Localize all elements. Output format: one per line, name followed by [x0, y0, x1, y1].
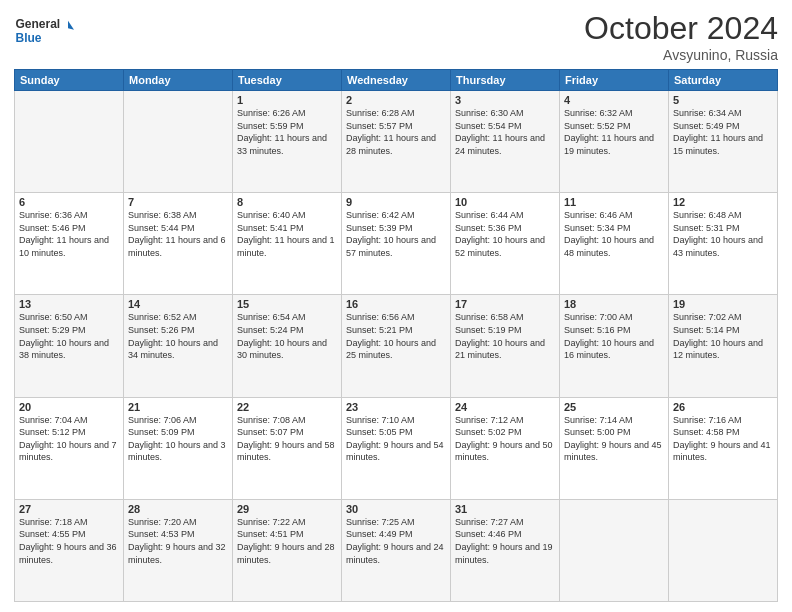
cell-w2-d3: 9Sunrise: 6:42 AM Sunset: 5:39 PM Daylig… [342, 193, 451, 295]
cell-w3-d1: 14Sunrise: 6:52 AM Sunset: 5:26 PM Dayli… [124, 295, 233, 397]
day-info: Sunrise: 6:30 AM Sunset: 5:54 PM Dayligh… [455, 107, 555, 157]
day-number: 5 [673, 94, 773, 106]
day-info: Sunrise: 7:12 AM Sunset: 5:02 PM Dayligh… [455, 414, 555, 464]
cell-w3-d6: 19Sunrise: 7:02 AM Sunset: 5:14 PM Dayli… [669, 295, 778, 397]
day-number: 8 [237, 196, 337, 208]
day-info: Sunrise: 7:06 AM Sunset: 5:09 PM Dayligh… [128, 414, 228, 464]
day-info: Sunrise: 7:22 AM Sunset: 4:51 PM Dayligh… [237, 516, 337, 566]
logo: General Blue [14, 10, 74, 50]
day-info: Sunrise: 6:48 AM Sunset: 5:31 PM Dayligh… [673, 209, 773, 259]
header: General Blue October 2024 Avsyunino, Rus… [14, 10, 778, 63]
week-row-2: 6Sunrise: 6:36 AM Sunset: 5:46 PM Daylig… [15, 193, 778, 295]
day-number: 24 [455, 401, 555, 413]
header-sunday: Sunday [15, 70, 124, 91]
day-number: 12 [673, 196, 773, 208]
week-row-5: 27Sunrise: 7:18 AM Sunset: 4:55 PM Dayli… [15, 499, 778, 601]
month-title: October 2024 [584, 10, 778, 47]
cell-w2-d6: 12Sunrise: 6:48 AM Sunset: 5:31 PM Dayli… [669, 193, 778, 295]
cell-w1-d4: 3Sunrise: 6:30 AM Sunset: 5:54 PM Daylig… [451, 91, 560, 193]
cell-w1-d6: 5Sunrise: 6:34 AM Sunset: 5:49 PM Daylig… [669, 91, 778, 193]
cell-w2-d0: 6Sunrise: 6:36 AM Sunset: 5:46 PM Daylig… [15, 193, 124, 295]
day-number: 13 [19, 298, 119, 310]
day-info: Sunrise: 6:52 AM Sunset: 5:26 PM Dayligh… [128, 311, 228, 361]
calendar-table: Sunday Monday Tuesday Wednesday Thursday… [14, 69, 778, 602]
cell-w4-d6: 26Sunrise: 7:16 AM Sunset: 4:58 PM Dayli… [669, 397, 778, 499]
day-info: Sunrise: 7:27 AM Sunset: 4:46 PM Dayligh… [455, 516, 555, 566]
cell-w2-d5: 11Sunrise: 6:46 AM Sunset: 5:34 PM Dayli… [560, 193, 669, 295]
day-number: 10 [455, 196, 555, 208]
cell-w4-d0: 20Sunrise: 7:04 AM Sunset: 5:12 PM Dayli… [15, 397, 124, 499]
cell-w5-d6 [669, 499, 778, 601]
day-info: Sunrise: 6:42 AM Sunset: 5:39 PM Dayligh… [346, 209, 446, 259]
weekday-header-row: Sunday Monday Tuesday Wednesday Thursday… [15, 70, 778, 91]
day-info: Sunrise: 7:18 AM Sunset: 4:55 PM Dayligh… [19, 516, 119, 566]
cell-w3-d2: 15Sunrise: 6:54 AM Sunset: 5:24 PM Dayli… [233, 295, 342, 397]
day-info: Sunrise: 7:08 AM Sunset: 5:07 PM Dayligh… [237, 414, 337, 464]
day-info: Sunrise: 6:28 AM Sunset: 5:57 PM Dayligh… [346, 107, 446, 157]
day-info: Sunrise: 7:25 AM Sunset: 4:49 PM Dayligh… [346, 516, 446, 566]
day-number: 27 [19, 503, 119, 515]
day-info: Sunrise: 7:00 AM Sunset: 5:16 PM Dayligh… [564, 311, 664, 361]
day-number: 21 [128, 401, 228, 413]
cell-w1-d5: 4Sunrise: 6:32 AM Sunset: 5:52 PM Daylig… [560, 91, 669, 193]
week-row-1: 1Sunrise: 6:26 AM Sunset: 5:59 PM Daylig… [15, 91, 778, 193]
header-monday: Monday [124, 70, 233, 91]
day-number: 18 [564, 298, 664, 310]
title-block: October 2024 Avsyunino, Russia [584, 10, 778, 63]
cell-w5-d3: 30Sunrise: 7:25 AM Sunset: 4:49 PM Dayli… [342, 499, 451, 601]
cell-w5-d5 [560, 499, 669, 601]
day-info: Sunrise: 6:46 AM Sunset: 5:34 PM Dayligh… [564, 209, 664, 259]
cell-w1-d0 [15, 91, 124, 193]
cell-w2-d1: 7Sunrise: 6:38 AM Sunset: 5:44 PM Daylig… [124, 193, 233, 295]
svg-marker-2 [68, 21, 74, 30]
cell-w2-d2: 8Sunrise: 6:40 AM Sunset: 5:41 PM Daylig… [233, 193, 342, 295]
cell-w4-d1: 21Sunrise: 7:06 AM Sunset: 5:09 PM Dayli… [124, 397, 233, 499]
day-number: 30 [346, 503, 446, 515]
svg-text:General: General [16, 17, 61, 31]
day-number: 22 [237, 401, 337, 413]
day-number: 29 [237, 503, 337, 515]
day-info: Sunrise: 6:54 AM Sunset: 5:24 PM Dayligh… [237, 311, 337, 361]
day-number: 20 [19, 401, 119, 413]
day-info: Sunrise: 6:58 AM Sunset: 5:19 PM Dayligh… [455, 311, 555, 361]
day-number: 1 [237, 94, 337, 106]
cell-w2-d4: 10Sunrise: 6:44 AM Sunset: 5:36 PM Dayli… [451, 193, 560, 295]
cell-w5-d1: 28Sunrise: 7:20 AM Sunset: 4:53 PM Dayli… [124, 499, 233, 601]
day-info: Sunrise: 7:02 AM Sunset: 5:14 PM Dayligh… [673, 311, 773, 361]
week-row-4: 20Sunrise: 7:04 AM Sunset: 5:12 PM Dayli… [15, 397, 778, 499]
day-number: 15 [237, 298, 337, 310]
cell-w1-d3: 2Sunrise: 6:28 AM Sunset: 5:57 PM Daylig… [342, 91, 451, 193]
day-number: 23 [346, 401, 446, 413]
cell-w5-d2: 29Sunrise: 7:22 AM Sunset: 4:51 PM Dayli… [233, 499, 342, 601]
cell-w5-d0: 27Sunrise: 7:18 AM Sunset: 4:55 PM Dayli… [15, 499, 124, 601]
day-number: 17 [455, 298, 555, 310]
day-info: Sunrise: 6:32 AM Sunset: 5:52 PM Dayligh… [564, 107, 664, 157]
day-info: Sunrise: 7:04 AM Sunset: 5:12 PM Dayligh… [19, 414, 119, 464]
header-wednesday: Wednesday [342, 70, 451, 91]
day-info: Sunrise: 6:44 AM Sunset: 5:36 PM Dayligh… [455, 209, 555, 259]
header-tuesday: Tuesday [233, 70, 342, 91]
cell-w4-d3: 23Sunrise: 7:10 AM Sunset: 5:05 PM Dayli… [342, 397, 451, 499]
day-number: 16 [346, 298, 446, 310]
location: Avsyunino, Russia [584, 47, 778, 63]
day-info: Sunrise: 6:34 AM Sunset: 5:49 PM Dayligh… [673, 107, 773, 157]
day-number: 31 [455, 503, 555, 515]
day-info: Sunrise: 6:40 AM Sunset: 5:41 PM Dayligh… [237, 209, 337, 259]
day-info: Sunrise: 7:14 AM Sunset: 5:00 PM Dayligh… [564, 414, 664, 464]
day-number: 26 [673, 401, 773, 413]
day-info: Sunrise: 6:38 AM Sunset: 5:44 PM Dayligh… [128, 209, 228, 259]
day-number: 14 [128, 298, 228, 310]
day-info: Sunrise: 6:56 AM Sunset: 5:21 PM Dayligh… [346, 311, 446, 361]
day-info: Sunrise: 6:36 AM Sunset: 5:46 PM Dayligh… [19, 209, 119, 259]
day-info: Sunrise: 7:16 AM Sunset: 4:58 PM Dayligh… [673, 414, 773, 464]
day-info: Sunrise: 6:26 AM Sunset: 5:59 PM Dayligh… [237, 107, 337, 157]
svg-text:Blue: Blue [16, 31, 42, 45]
day-number: 3 [455, 94, 555, 106]
day-info: Sunrise: 6:50 AM Sunset: 5:29 PM Dayligh… [19, 311, 119, 361]
cell-w5-d4: 31Sunrise: 7:27 AM Sunset: 4:46 PM Dayli… [451, 499, 560, 601]
page: General Blue October 2024 Avsyunino, Rus… [0, 0, 792, 612]
cell-w4-d2: 22Sunrise: 7:08 AM Sunset: 5:07 PM Dayli… [233, 397, 342, 499]
day-number: 2 [346, 94, 446, 106]
day-number: 11 [564, 196, 664, 208]
cell-w3-d3: 16Sunrise: 6:56 AM Sunset: 5:21 PM Dayli… [342, 295, 451, 397]
